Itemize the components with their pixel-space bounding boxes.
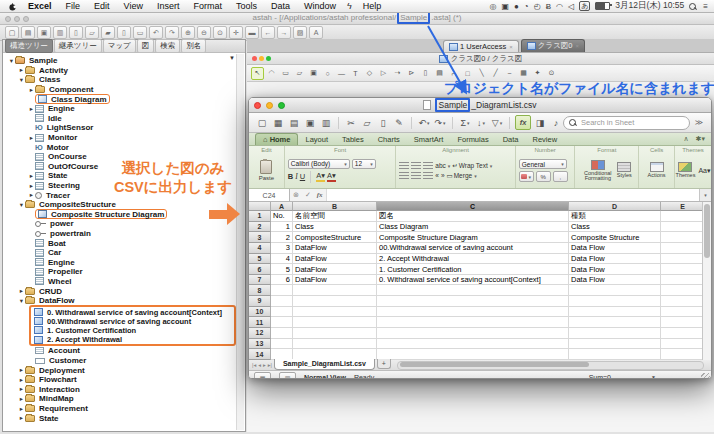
scrollbar-thumb[interactable]: [704, 204, 710, 258]
cell-C8[interactable]: [377, 285, 569, 296]
menu-insert[interactable]: Insert: [150, 1, 187, 11]
shield-icon[interactable]: ▣: [501, 0, 509, 13]
cell-reference-box[interactable]: C24: [249, 189, 290, 201]
panel-tab-4[interactable]: 図: [137, 39, 155, 53]
expand-closed-icon[interactable]: ▸: [18, 405, 25, 413]
font-color-icon[interactable]: A: [309, 26, 323, 39]
undo-icon[interactable]: ↶▾: [417, 116, 431, 129]
paste-icon[interactable]: ▯: [117, 26, 131, 39]
paste-button[interactable]: [260, 160, 272, 174]
cell-C5[interactable]: 2. Accept Withdrawal: [377, 254, 569, 265]
cell-E13[interactable]: [661, 339, 702, 350]
print-preview-icon[interactable]: ▯: [69, 26, 83, 39]
tree-item[interactable]: Boat: [5, 238, 236, 248]
text-orientation-button[interactable]: abc▾: [435, 162, 450, 169]
row-header-9[interactable]: 9: [249, 296, 271, 307]
last-sheet-button[interactable]: ▸|: [268, 362, 272, 368]
cell-E10[interactable]: [661, 307, 702, 318]
bold-button[interactable]: B: [288, 172, 293, 181]
menu-file[interactable]: File: [59, 1, 88, 11]
actions-button[interactable]: Actions: [648, 162, 666, 179]
expand-open-icon[interactable]: ▾: [18, 201, 25, 209]
tree-item[interactable]: Account: [5, 346, 236, 356]
filter-icon[interactable]: ▽▾: [490, 116, 504, 129]
row-header-2[interactable]: 2: [249, 222, 271, 233]
cell-D4[interactable]: Data Flow: [569, 243, 661, 254]
column-header-C[interactable]: C: [377, 202, 569, 211]
ribbon-tab-charts[interactable]: Charts: [371, 134, 407, 145]
panel-tab-6[interactable]: 別名: [181, 39, 206, 53]
subsystem-icon[interactable]: ▣: [307, 67, 320, 80]
ribbon-tab-formulas[interactable]: Formulas: [450, 134, 495, 145]
panel-tab-1[interactable]: 構造ツリー: [5, 39, 53, 53]
cell-A2[interactable]: 1: [271, 222, 293, 233]
usecase-icon[interactable]: —: [335, 67, 348, 80]
app-dot-icon[interactable]: ●: [514, 0, 519, 13]
battery-icon[interactable]: [595, 2, 610, 10]
tree-item[interactable]: ▸Interaction: [5, 385, 236, 395]
cell-B6[interactable]: DataFlow: [293, 264, 377, 275]
freehand-icon[interactable]: ~: [503, 67, 516, 80]
zoom-button[interactable]: [23, 16, 29, 22]
go-back-icon[interactable]: ←: [261, 26, 275, 39]
cell-D13[interactable]: [569, 339, 661, 350]
clock-icon[interactable]: ◴: [534, 0, 541, 13]
gear-icon[interactable]: ✱▾: [696, 135, 705, 143]
cell-C14[interactable]: [377, 349, 569, 360]
sheet-tab[interactable]: Sample_DiagramList.csv: [274, 359, 375, 370]
cell-B8[interactable]: [293, 285, 377, 296]
column-header-A[interactable]: A: [271, 202, 293, 211]
expand-closed-icon[interactable]: ▸: [28, 182, 35, 190]
open-icon[interactable]: ▤: [287, 116, 301, 129]
expand-closed-icon[interactable]: ▸: [18, 395, 25, 403]
sum-menu-caret[interactable]: ▼: [651, 374, 656, 379]
tree-item[interactable]: power: [5, 219, 236, 229]
page-layout-view-button[interactable]: ▥: [279, 372, 296, 380]
cell-D11[interactable]: [569, 317, 661, 328]
cell-C6[interactable]: 1. Customer Certification: [377, 264, 569, 275]
cancel-icon[interactable]: ⊗: [290, 191, 302, 199]
decrease-indent-button[interactable]: «: [435, 172, 439, 179]
expand-open-icon[interactable]: ▾: [18, 297, 25, 305]
cell-E14[interactable]: [661, 349, 702, 360]
cell-C3[interactable]: Composite Structure Diagram: [377, 232, 569, 243]
menu-window[interactable]: Window: [297, 1, 343, 11]
note-icon[interactable]: ▬: [245, 26, 259, 39]
tree-item[interactable]: ▸Monitor: [5, 133, 236, 143]
normal-view-button[interactable]: ▦: [254, 372, 271, 380]
cell-D9[interactable]: [569, 296, 661, 307]
prev-sheet-button[interactable]: ◂: [258, 362, 261, 368]
row-header-10[interactable]: 10: [249, 307, 271, 318]
ribbon-tab-tables[interactable]: Tables: [335, 134, 371, 145]
expand-closed-icon[interactable]: ▸: [18, 414, 25, 422]
styles-button[interactable]: Styles: [617, 162, 632, 179]
tree-item[interactable]: ▸State: [5, 413, 236, 423]
zoom-fit-icon[interactable]: ⊙: [213, 26, 227, 39]
duplicate-icon[interactable]: ▰: [101, 26, 115, 39]
close-button[interactable]: [5, 16, 11, 22]
print-icon[interactable]: ▥: [319, 116, 333, 129]
tree-item[interactable]: Customer: [5, 356, 236, 366]
cell-A8[interactable]: [271, 285, 293, 296]
conditional-formatting-button[interactable]: Conditional Formatting: [582, 160, 614, 182]
tree-item[interactable]: 1. Customer Certification: [32, 326, 233, 335]
wifi-icon[interactable]: ◠: [556, 0, 563, 13]
row-header-1[interactable]: 1: [249, 211, 271, 222]
redo-icon[interactable]: ↷: [165, 26, 179, 39]
cell-D5[interactable]: Data Flow: [569, 254, 661, 265]
italic-button[interactable]: I: [295, 172, 298, 181]
tree-item[interactable]: Propeller: [5, 267, 236, 277]
tree-item[interactable]: ▸Activity: [5, 66, 236, 76]
close-button[interactable]: [252, 56, 257, 61]
vertical-scrollbar[interactable]: [702, 202, 711, 360]
formula-bar-expand-caret[interactable]: ▾: [699, 189, 711, 201]
cell-D10[interactable]: [569, 307, 661, 318]
zoom-tool-icon[interactable]: ⊙: [545, 67, 558, 80]
collapse-ribbon-icon[interactable]: ∧: [683, 135, 688, 143]
row-header-13[interactable]: 13: [249, 339, 271, 350]
select-all-corner[interactable]: [249, 202, 271, 211]
fill-color-icon[interactable]: ▨: [293, 26, 307, 39]
tree-item[interactable]: ▾Sample: [5, 56, 236, 66]
fill-color-button[interactable]: A▾: [316, 172, 325, 182]
expand-closed-icon[interactable]: ▸: [28, 134, 35, 142]
